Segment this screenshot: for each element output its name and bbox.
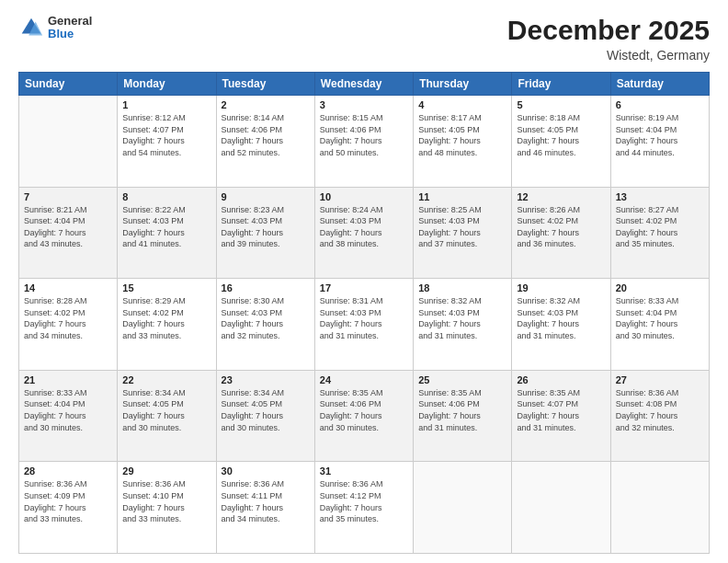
day-cell: 24Sunrise: 8:35 AM Sunset: 4:06 PM Dayli… xyxy=(314,370,413,462)
day-info: Sunrise: 8:36 AM Sunset: 4:09 PM Dayligh… xyxy=(24,478,112,524)
week-row-5: 28Sunrise: 8:36 AM Sunset: 4:09 PM Dayli… xyxy=(19,462,710,554)
day-cell: 28Sunrise: 8:36 AM Sunset: 4:09 PM Dayli… xyxy=(19,462,118,554)
day-number: 2 xyxy=(222,99,310,110)
day-cell: 1Sunrise: 8:12 AM Sunset: 4:07 PM Daylig… xyxy=(118,96,216,188)
day-number: 11 xyxy=(418,191,506,202)
day-cell: 23Sunrise: 8:34 AM Sunset: 4:05 PM Dayli… xyxy=(216,370,314,462)
day-cell: 12Sunrise: 8:26 AM Sunset: 4:02 PM Dayli… xyxy=(512,187,610,279)
day-number: 29 xyxy=(122,465,210,477)
day-info: Sunrise: 8:12 AM Sunset: 4:07 PM Dayligh… xyxy=(122,112,210,158)
col-sunday: Sunday xyxy=(19,73,118,96)
day-number: 1 xyxy=(122,99,210,110)
day-number: 24 xyxy=(320,374,408,385)
day-cell xyxy=(610,462,709,554)
day-cell: 19Sunrise: 8:32 AM Sunset: 4:03 PM Dayli… xyxy=(512,279,610,371)
day-cell: 9Sunrise: 8:23 AM Sunset: 4:03 PM Daylig… xyxy=(216,187,314,279)
day-cell: 5Sunrise: 8:18 AM Sunset: 4:05 PM Daylig… xyxy=(512,96,610,188)
day-cell: 7Sunrise: 8:21 AM Sunset: 4:04 PM Daylig… xyxy=(19,187,118,279)
col-wednesday: Wednesday xyxy=(314,73,413,96)
day-cell: 27Sunrise: 8:36 AM Sunset: 4:08 PM Dayli… xyxy=(610,370,709,462)
day-info: Sunrise: 8:36 AM Sunset: 4:12 PM Dayligh… xyxy=(320,478,408,524)
calendar-table: Sunday Monday Tuesday Wednesday Thursday… xyxy=(18,72,710,554)
day-cell: 26Sunrise: 8:35 AM Sunset: 4:07 PM Dayli… xyxy=(512,370,610,462)
day-cell: 25Sunrise: 8:35 AM Sunset: 4:06 PM Dayli… xyxy=(414,370,512,462)
day-cell: 30Sunrise: 8:36 AM Sunset: 4:11 PM Dayli… xyxy=(216,462,314,554)
title-block: December 2025 Wistedt, Germany xyxy=(507,15,710,63)
day-number: 14 xyxy=(24,282,112,293)
day-number: 7 xyxy=(24,191,112,202)
day-cell: 15Sunrise: 8:29 AM Sunset: 4:02 PM Dayli… xyxy=(118,279,216,371)
day-number: 21 xyxy=(24,374,112,385)
day-info: Sunrise: 8:30 AM Sunset: 4:03 PM Dayligh… xyxy=(222,295,310,341)
day-info: Sunrise: 8:34 AM Sunset: 4:05 PM Dayligh… xyxy=(122,387,210,433)
day-number: 15 xyxy=(122,282,210,293)
day-number: 31 xyxy=(320,465,408,477)
col-saturday: Saturday xyxy=(610,73,709,96)
day-cell: 6Sunrise: 8:19 AM Sunset: 4:04 PM Daylig… xyxy=(610,96,709,188)
day-cell: 13Sunrise: 8:27 AM Sunset: 4:02 PM Dayli… xyxy=(610,187,709,279)
day-info: Sunrise: 8:32 AM Sunset: 4:03 PM Dayligh… xyxy=(517,295,605,341)
day-number: 27 xyxy=(616,374,704,385)
logo-icon xyxy=(18,15,44,40)
day-info: Sunrise: 8:29 AM Sunset: 4:02 PM Dayligh… xyxy=(122,295,210,341)
day-info: Sunrise: 8:34 AM Sunset: 4:05 PM Dayligh… xyxy=(222,387,310,433)
day-info: Sunrise: 8:25 AM Sunset: 4:03 PM Dayligh… xyxy=(418,204,506,250)
day-info: Sunrise: 8:15 AM Sunset: 4:06 PM Dayligh… xyxy=(320,112,408,158)
day-info: Sunrise: 8:33 AM Sunset: 4:04 PM Dayligh… xyxy=(24,387,112,433)
day-cell: 18Sunrise: 8:32 AM Sunset: 4:03 PM Dayli… xyxy=(414,279,512,371)
logo-general-text: General xyxy=(48,15,92,28)
logo-blue-text: Blue xyxy=(48,28,92,40)
day-info: Sunrise: 8:31 AM Sunset: 4:03 PM Dayligh… xyxy=(320,295,408,341)
day-cell: 3Sunrise: 8:15 AM Sunset: 4:06 PM Daylig… xyxy=(314,96,413,188)
day-number: 17 xyxy=(320,282,408,293)
day-info: Sunrise: 8:35 AM Sunset: 4:06 PM Dayligh… xyxy=(418,387,506,433)
logo-text: General Blue xyxy=(48,15,92,41)
day-cell xyxy=(512,462,610,554)
day-number: 4 xyxy=(418,99,506,110)
week-row-3: 14Sunrise: 8:28 AM Sunset: 4:02 PM Dayli… xyxy=(19,279,710,371)
day-info: Sunrise: 8:32 AM Sunset: 4:03 PM Dayligh… xyxy=(418,295,506,341)
week-row-1: 1Sunrise: 8:12 AM Sunset: 4:07 PM Daylig… xyxy=(19,96,710,188)
day-cell: 10Sunrise: 8:24 AM Sunset: 4:03 PM Dayli… xyxy=(314,187,413,279)
day-number: 3 xyxy=(320,99,408,110)
day-cell: 2Sunrise: 8:14 AM Sunset: 4:06 PM Daylig… xyxy=(216,96,314,188)
day-cell: 29Sunrise: 8:36 AM Sunset: 4:10 PM Dayli… xyxy=(118,462,216,554)
day-number: 22 xyxy=(122,374,210,385)
day-cell: 17Sunrise: 8:31 AM Sunset: 4:03 PM Dayli… xyxy=(314,279,413,371)
day-info: Sunrise: 8:21 AM Sunset: 4:04 PM Dayligh… xyxy=(24,204,112,250)
page: General Blue December 2025 Wistedt, Germ… xyxy=(0,0,728,563)
day-info: Sunrise: 8:33 AM Sunset: 4:04 PM Dayligh… xyxy=(616,295,704,341)
day-cell: 16Sunrise: 8:30 AM Sunset: 4:03 PM Dayli… xyxy=(216,279,314,371)
day-info: Sunrise: 8:27 AM Sunset: 4:02 PM Dayligh… xyxy=(616,204,704,250)
day-info: Sunrise: 8:35 AM Sunset: 4:07 PM Dayligh… xyxy=(517,387,605,433)
week-row-2: 7Sunrise: 8:21 AM Sunset: 4:04 PM Daylig… xyxy=(19,187,710,279)
col-monday: Monday xyxy=(118,73,216,96)
day-info: Sunrise: 8:36 AM Sunset: 4:10 PM Dayligh… xyxy=(122,478,210,524)
day-cell: 8Sunrise: 8:22 AM Sunset: 4:03 PM Daylig… xyxy=(118,187,216,279)
col-thursday: Thursday xyxy=(414,73,512,96)
day-info: Sunrise: 8:22 AM Sunset: 4:03 PM Dayligh… xyxy=(122,204,210,250)
day-info: Sunrise: 8:14 AM Sunset: 4:06 PM Dayligh… xyxy=(222,112,310,158)
day-cell: 20Sunrise: 8:33 AM Sunset: 4:04 PM Dayli… xyxy=(610,279,709,371)
calendar-header-row: Sunday Monday Tuesday Wednesday Thursday… xyxy=(19,73,710,96)
day-info: Sunrise: 8:35 AM Sunset: 4:06 PM Dayligh… xyxy=(320,387,408,433)
col-friday: Friday xyxy=(512,73,610,96)
day-number: 9 xyxy=(222,191,310,202)
day-number: 30 xyxy=(222,465,310,477)
day-info: Sunrise: 8:17 AM Sunset: 4:05 PM Dayligh… xyxy=(418,112,506,158)
day-info: Sunrise: 8:28 AM Sunset: 4:02 PM Dayligh… xyxy=(24,295,112,341)
day-info: Sunrise: 8:18 AM Sunset: 4:05 PM Dayligh… xyxy=(517,112,605,158)
day-info: Sunrise: 8:36 AM Sunset: 4:11 PM Dayligh… xyxy=(222,478,310,524)
day-info: Sunrise: 8:36 AM Sunset: 4:08 PM Dayligh… xyxy=(616,387,704,433)
col-tuesday: Tuesday xyxy=(216,73,314,96)
day-number: 25 xyxy=(418,374,506,385)
day-number: 20 xyxy=(616,282,704,293)
header: General Blue December 2025 Wistedt, Germ… xyxy=(18,15,710,63)
day-number: 6 xyxy=(616,99,704,110)
day-number: 19 xyxy=(517,282,605,293)
day-info: Sunrise: 8:23 AM Sunset: 4:03 PM Dayligh… xyxy=(222,204,310,250)
day-info: Sunrise: 8:24 AM Sunset: 4:03 PM Dayligh… xyxy=(320,204,408,250)
day-cell: 22Sunrise: 8:34 AM Sunset: 4:05 PM Dayli… xyxy=(118,370,216,462)
day-number: 12 xyxy=(517,191,605,202)
day-info: Sunrise: 8:26 AM Sunset: 4:02 PM Dayligh… xyxy=(517,204,605,250)
